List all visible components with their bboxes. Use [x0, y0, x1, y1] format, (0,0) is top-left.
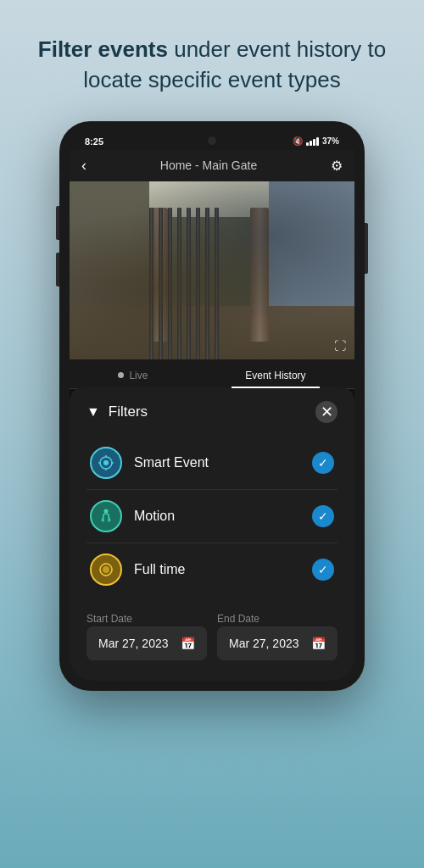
end-date-calendar-icon: 📅: [311, 637, 326, 650]
smart-event-check[interactable]: ✓: [312, 452, 334, 474]
motion-check[interactable]: ✓: [312, 505, 334, 527]
filter-item-smart-event[interactable]: Smart Event ✓: [86, 437, 338, 490]
tab-event-history[interactable]: Event History: [232, 366, 319, 388]
date-row: Start Date Mar 27, 2023 📅 End Date Mar 2…: [86, 613, 338, 660]
tab-live[interactable]: Live: [104, 366, 161, 388]
header-bold: Filter events: [38, 36, 168, 62]
camera-feed: ⛶: [70, 181, 354, 359]
phone-screen: 8:25 🔇 37% ‹ Home - Main Gate ⚙: [70, 131, 354, 681]
filter-item-left: Motion: [90, 500, 175, 532]
expand-button[interactable]: ⛶: [334, 339, 346, 353]
motion-label: Motion: [134, 509, 175, 524]
app-header-title: Home - Main Gate: [86, 159, 331, 172]
signal-bars: [306, 137, 319, 146]
filter-icon: ▼: [86, 404, 100, 420]
filters-header: ▼ Filters ✕: [86, 401, 338, 423]
live-dot: [118, 372, 124, 378]
end-date-field[interactable]: Mar 27, 2023 📅: [217, 626, 338, 660]
signal-bar-3: [313, 139, 315, 146]
close-button[interactable]: ✕: [315, 401, 338, 423]
motion-icon: [90, 500, 122, 532]
date-section: Start Date Mar 27, 2023 📅 End Date Mar 2…: [86, 613, 338, 660]
start-date-container: Start Date Mar 27, 2023 📅: [86, 613, 207, 660]
tabs-bar: Live Event History: [70, 359, 354, 389]
status-time: 8:25: [85, 136, 103, 147]
signal-bar-1: [306, 142, 309, 146]
phone-shell: 8:25 🔇 37% ‹ Home - Main Gate ⚙: [59, 121, 365, 691]
battery-level: 37%: [322, 136, 339, 146]
camera-overlay: [70, 181, 354, 359]
fulltime-check[interactable]: ✓: [312, 559, 334, 581]
filters-title: Filters: [109, 403, 148, 420]
svg-point-6: [104, 509, 109, 513]
phone-side-vol-up: [56, 206, 59, 240]
filters-title-row: ▼ Filters: [86, 403, 148, 420]
filters-panel: ▼ Filters ✕: [70, 387, 354, 681]
status-bar-right: 🔇 37%: [293, 136, 339, 146]
page-header: Filter events under event history to loc…: [0, 0, 424, 113]
end-date-container: End Date Mar 27, 2023 📅: [217, 613, 338, 660]
phone-mockup: 8:25 🔇 37% ‹ Home - Main Gate ⚙: [59, 121, 365, 691]
tab-live-label: Live: [129, 370, 148, 381]
fulltime-label: Full time: [134, 562, 185, 577]
mute-icon: 🔇: [293, 136, 303, 146]
smart-event-icon: [90, 447, 122, 479]
svg-point-8: [103, 566, 109, 573]
svg-point-1: [103, 460, 109, 465]
smart-event-label: Smart Event: [134, 455, 209, 470]
end-date-label: End Date: [217, 613, 338, 625]
filter-item-motion[interactable]: Motion ✓: [86, 490, 338, 543]
signal-bar-2: [310, 141, 312, 146]
filter-item-left: Full time: [90, 554, 185, 586]
phone-side-vol-down: [56, 253, 59, 287]
start-date-field[interactable]: Mar 27, 2023 📅: [86, 626, 207, 660]
filter-item-left: Smart Event: [90, 447, 209, 479]
end-date-value: Mar 27, 2023: [229, 637, 299, 650]
signal-bar-4: [316, 137, 319, 146]
filter-item-fulltime[interactable]: Full time ✓: [86, 543, 338, 596]
tab-event-history-label: Event History: [245, 370, 305, 381]
start-date-label: Start Date: [86, 613, 207, 625]
fulltime-icon: [90, 554, 122, 586]
start-date-calendar-icon: 📅: [181, 637, 195, 650]
settings-button[interactable]: ⚙: [331, 158, 343, 174]
phone-side-power: [365, 223, 368, 274]
app-header: ‹ Home - Main Gate ⚙: [70, 150, 354, 181]
phone-camera: [208, 136, 216, 145]
start-date-value: Mar 27, 2023: [98, 637, 169, 650]
